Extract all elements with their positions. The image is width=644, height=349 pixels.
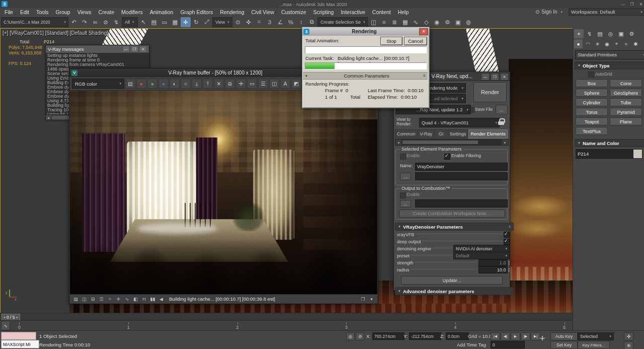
material-editor-icon[interactable]: ◉ xyxy=(432,17,442,27)
large-plus-icon[interactable]: + xyxy=(536,333,548,347)
object-color-swatch[interactable] xyxy=(633,149,642,159)
menu-item[interactable]: Customize xyxy=(278,9,310,15)
combustion-path-field[interactable] xyxy=(415,199,508,207)
menu-item[interactable]: Create xyxy=(95,9,118,15)
ribbon-toggle-icon[interactable]: ▦ xyxy=(400,17,410,27)
set-key-button[interactable]: Set Key xyxy=(550,341,578,349)
vfb-alpha-channel-icon[interactable]: ◐ xyxy=(170,79,180,89)
enable-filtering-checkbox[interactable] xyxy=(444,154,450,160)
vfb-region-render-icon[interactable]: ▭ xyxy=(247,79,257,89)
vfb-stamp-icon[interactable]: A xyxy=(280,79,290,89)
denoising-engine-dropdown[interactable]: NVIDIA AI denoiser xyxy=(453,245,510,252)
select-object-icon[interactable]: ↖ xyxy=(138,17,148,27)
spinner-arrows-icon[interactable]: ▴▾ xyxy=(508,260,510,265)
sign-in-button[interactable]: ⊙ Sign In ▾ xyxy=(535,9,562,15)
add-time-tag[interactable]: Add Time Tag xyxy=(457,342,486,347)
auto-key-button[interactable]: Auto Key xyxy=(550,332,578,340)
rendering-dialog-titlebar[interactable]: 3 Rendering ✕ xyxy=(302,27,429,36)
viewport-label[interactable]: [+] [VRayCam001] [Standard] [Default Sha… xyxy=(3,30,108,36)
select-and-rotate-icon[interactable]: ↻ xyxy=(191,17,201,27)
menu-item[interactable]: Animation xyxy=(146,9,177,15)
menu-item[interactable]: Interactive xyxy=(337,9,368,15)
primitive-button[interactable]: Sphere xyxy=(576,89,608,97)
vfb-green-channel-icon[interactable]: ● xyxy=(147,79,157,89)
vfb-status-pause-icon[interactable]: ▮▮ xyxy=(149,296,156,303)
menu-item[interactable]: Graph Editors xyxy=(177,9,216,15)
save-file-checkbox[interactable] xyxy=(468,107,474,113)
vfb-status-half-icon[interactable]: ◧ xyxy=(132,296,139,303)
rendered-image[interactable] xyxy=(70,91,377,295)
geometry-category-icon[interactable]: ● xyxy=(574,39,583,48)
vfb-status-list-icon[interactable]: ☰ xyxy=(98,296,105,303)
vfb-status-save-icon[interactable]: ▤ xyxy=(72,296,79,303)
frame-back-icon[interactable]: ◂ xyxy=(4,315,5,319)
frame-forward-icon[interactable]: ▸ xyxy=(17,315,18,319)
x-coordinate-field[interactable]: 765.274cm xyxy=(372,332,405,340)
scroll-right-icon[interactable]: ▸ xyxy=(502,139,508,145)
next-frame-button[interactable]: |▶ xyxy=(521,332,530,340)
lights-category-icon[interactable]: ☀ xyxy=(593,39,602,48)
render-setup-tab[interactable]: Settings xyxy=(448,129,468,138)
y-coordinate-field[interactable]: -212.754cm xyxy=(409,332,441,340)
output-browse-button[interactable]: ... xyxy=(400,173,411,180)
common-parameters-header[interactable]: ▼ Common Parameters ≡ xyxy=(303,72,428,80)
key-selection-dropdown[interactable]: Selected xyxy=(578,332,614,340)
vraydenoiser-parameters-rollout[interactable]: ▼ VRayDenoiser Parameters ≡ xyxy=(395,223,514,231)
menu-item[interactable]: Civil View xyxy=(248,9,278,15)
key-filters-button[interactable]: Key Filters... xyxy=(578,341,610,349)
shapes-category-icon[interactable]: ◠ xyxy=(584,39,592,48)
vfb-status-track-icon[interactable]: ✛ xyxy=(115,296,122,303)
primitive-button[interactable]: Cylinder xyxy=(576,98,608,106)
vfb-status-grid-icon[interactable]: ⌗ xyxy=(106,296,114,303)
menu-item[interactable]: Content xyxy=(369,9,394,15)
menu-item[interactable]: Group xyxy=(52,9,74,15)
vfb-status-curve-icon[interactable]: ∿ xyxy=(123,296,131,303)
close-icon[interactable]: ✕ xyxy=(500,73,509,81)
schematic-view-icon[interactable]: ◇ xyxy=(421,17,431,27)
close-window-icon[interactable]: ✕ xyxy=(636,2,644,7)
deep-output-checkbox[interactable] xyxy=(504,239,510,245)
mirror-icon[interactable]: ◫ xyxy=(368,17,378,27)
vfb-monochrome-icon[interactable]: ○ xyxy=(181,79,191,89)
render-setup-tab[interactable]: V-Ray xyxy=(418,129,435,138)
motion-tab-icon[interactable]: ◎ xyxy=(606,29,615,38)
vfb-follow-mouse-icon[interactable]: ✛ xyxy=(236,79,246,89)
track-bar[interactable]: ∿ 012345 xyxy=(0,320,573,331)
cameras-category-icon[interactable]: ◉ xyxy=(603,39,611,48)
save-file-browse-button[interactable]: ... xyxy=(496,105,508,114)
bind-to-space-warp-icon[interactable]: ↯ xyxy=(111,17,121,27)
create-tab-icon[interactable]: + xyxy=(574,29,584,38)
mini-curve-editor-button[interactable]: ∿ xyxy=(1,321,10,330)
channel-select-dropdown[interactable]: RGB color ▾ xyxy=(72,79,124,89)
maximize-icon[interactable]: ❐ xyxy=(491,73,499,81)
combustion-enable-checkbox[interactable] xyxy=(400,192,406,198)
primitive-button[interactable]: Torus xyxy=(576,108,608,116)
maximize-window-icon[interactable]: ❐ xyxy=(627,2,636,7)
update-button[interactable]: Update... xyxy=(401,276,503,285)
select-by-name-icon[interactable]: ▤ xyxy=(149,17,159,27)
render-setup-tab[interactable]: GI xyxy=(435,129,447,138)
helpers-category-icon[interactable]: ⌖ xyxy=(612,39,621,48)
element-name-field[interactable]: VrayDenoiser xyxy=(415,163,508,171)
output-path-field[interactable] xyxy=(415,172,508,180)
close-icon[interactable]: ✕ xyxy=(419,28,428,35)
fb-window-mode-icon[interactable]: ❐ xyxy=(359,296,367,303)
fb-expand-icon[interactable]: ▾ xyxy=(368,296,375,303)
render-setup-tab[interactable]: Render Elements xyxy=(468,129,508,138)
render-button[interactable]: Render xyxy=(473,82,507,102)
cancel-button[interactable]: Cancel xyxy=(404,37,427,45)
vrayvfb-checkbox[interactable] xyxy=(504,232,510,238)
zoom-icon[interactable]: ⊕ xyxy=(624,341,633,349)
name-and-color-rollout[interactable]: ▼ Name and Color xyxy=(575,139,644,147)
curve-editor-icon[interactable]: ∿ xyxy=(411,17,421,27)
space-warps-category-icon[interactable]: ≈ xyxy=(622,39,630,48)
snaps-toggle-icon[interactable]: 3 xyxy=(265,17,275,27)
vfb-duplicate-icon[interactable]: ⧉ xyxy=(225,79,235,89)
lock-view-icon[interactable] xyxy=(498,118,505,125)
minimize-icon[interactable]: — xyxy=(122,46,130,52)
primitive-button[interactable]: Cone xyxy=(610,79,642,87)
time-slider[interactable]: ◂ 0 / 5 ▸ xyxy=(0,313,576,321)
primitive-button[interactable]: TextPlus xyxy=(576,127,608,135)
select-and-scale-icon[interactable]: ⤢ xyxy=(202,17,212,27)
go-to-start-button[interactable]: |◀ xyxy=(491,332,500,340)
